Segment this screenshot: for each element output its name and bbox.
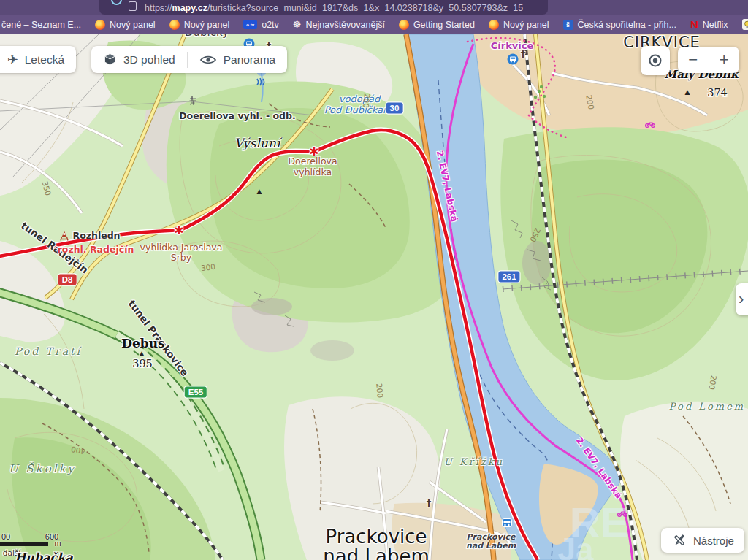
gear-icon: ☸ bbox=[293, 20, 302, 29]
netflix-icon: N bbox=[690, 20, 698, 30]
lightbulb-icon bbox=[742, 19, 748, 30]
view-3d-button[interactable]: 3D pohled bbox=[91, 46, 187, 73]
bookmark-seznam[interactable]: čené – Seznam E... bbox=[1, 20, 81, 30]
cube-icon bbox=[103, 53, 117, 66]
side-panel-expand-button[interactable]: › bbox=[736, 283, 748, 315]
bookmark-getting-started[interactable]: Getting Started bbox=[399, 20, 475, 30]
road-shield-261: 261 bbox=[498, 272, 519, 283]
watermark-text: Ja bbox=[558, 532, 594, 560]
road-shield-30: 30 bbox=[386, 103, 403, 114]
url-field[interactable]: https://mapy.cz/turisticka?source=muni&i… bbox=[99, 0, 548, 15]
chevron-right-icon: › bbox=[739, 290, 744, 309]
panorama-button[interactable]: Panorama bbox=[188, 46, 288, 73]
plane-icon: ✈ bbox=[7, 52, 18, 68]
bookmark-novy-panel-3[interactable]: Nový panel bbox=[489, 20, 549, 30]
bookmark-netflix[interactable]: NNetflix bbox=[690, 20, 728, 30]
map-layer-pill-left: u ✈Letecká bbox=[0, 46, 76, 73]
road-shield-e55: E55 bbox=[185, 387, 207, 398]
url-text: https://mapy.cz/turisticka?source=muni&i… bbox=[145, 3, 523, 13]
eye-icon bbox=[199, 55, 217, 65]
tools-button[interactable]: Nástroje bbox=[661, 528, 744, 553]
bookmark-novy-panel-1[interactable]: Nový panel bbox=[95, 20, 156, 30]
firefox-icon bbox=[169, 20, 180, 30]
map-view-pill: 3D pohled Panorama bbox=[91, 46, 287, 73]
locate-icon bbox=[646, 52, 664, 69]
bookmark-o2tv[interactable]: o.tvo2tv bbox=[243, 20, 279, 30]
zoom-in-button[interactable]: + bbox=[709, 47, 740, 72]
map-canvas[interactable]: RE Ja † † † ✱ ✱ ▲ ▲ ▲ Dubičky CIRKVICE C… bbox=[0, 34, 748, 560]
firefox-icon bbox=[399, 20, 409, 30]
sporitelna-icon: š bbox=[563, 20, 573, 30]
bookmarks-bar: čené – Seznam E... Nový panel Nový panel… bbox=[0, 15, 748, 34]
bookmark-objednavky[interactable]: Objednávk... bbox=[742, 19, 748, 30]
zoom-control: − + bbox=[678, 47, 739, 73]
zoom-out-button[interactable]: − bbox=[678, 47, 709, 72]
scale-label-left: 00 bbox=[1, 532, 10, 541]
tracking-shield-icon[interactable] bbox=[111, 0, 122, 5]
scale-bar bbox=[0, 542, 48, 546]
firefox-icon bbox=[95, 20, 105, 30]
road-shield-d8: D8 bbox=[58, 275, 77, 285]
page-info-icon[interactable] bbox=[129, 1, 137, 11]
tools-icon bbox=[671, 533, 687, 548]
browser-url-bar: https://mapy.cz/turisticka?source=muni&i… bbox=[0, 0, 748, 15]
tools-pill: Nástroje bbox=[661, 528, 744, 553]
bookmark-nejnavstevovanejsi[interactable]: ☸Nejnavštěvovanější bbox=[293, 20, 385, 30]
o2tv-icon: o.tv bbox=[243, 20, 257, 29]
scale-unit: m bbox=[54, 539, 61, 548]
layer-aerial-button[interactable]: ✈Letecká bbox=[0, 46, 76, 73]
firefox-icon bbox=[489, 20, 499, 30]
bookmark-novy-panel-2[interactable]: Nový panel bbox=[169, 20, 230, 30]
bookmark-ceska-sporitelna[interactable]: šČeská spořitelna - přih... bbox=[563, 20, 676, 30]
locate-me-button[interactable] bbox=[641, 46, 670, 75]
map-terrain bbox=[0, 34, 748, 560]
